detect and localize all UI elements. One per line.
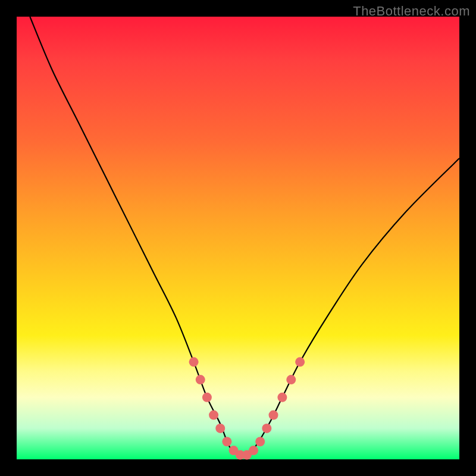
marker-point	[202, 393, 212, 402]
marker-group	[189, 357, 305, 459]
marker-point	[215, 424, 225, 433]
marker-point	[189, 357, 199, 367]
bottleneck-curve	[30, 17, 459, 456]
marker-point	[277, 393, 287, 402]
marker-point	[209, 411, 218, 420]
marker-point	[286, 375, 296, 384]
marker-point	[255, 437, 265, 446]
marker-point	[269, 411, 278, 420]
marker-point	[295, 357, 305, 367]
watermark-text: TheBottleneck.com	[353, 4, 470, 19]
marker-point	[249, 446, 258, 455]
marker-point	[196, 375, 205, 384]
chart-frame: TheBottleneck.com	[0, 0, 476, 476]
plot-area	[17, 17, 459, 459]
marker-point	[222, 437, 231, 446]
bottleneck-curve-svg	[17, 17, 459, 459]
marker-point	[262, 424, 271, 433]
